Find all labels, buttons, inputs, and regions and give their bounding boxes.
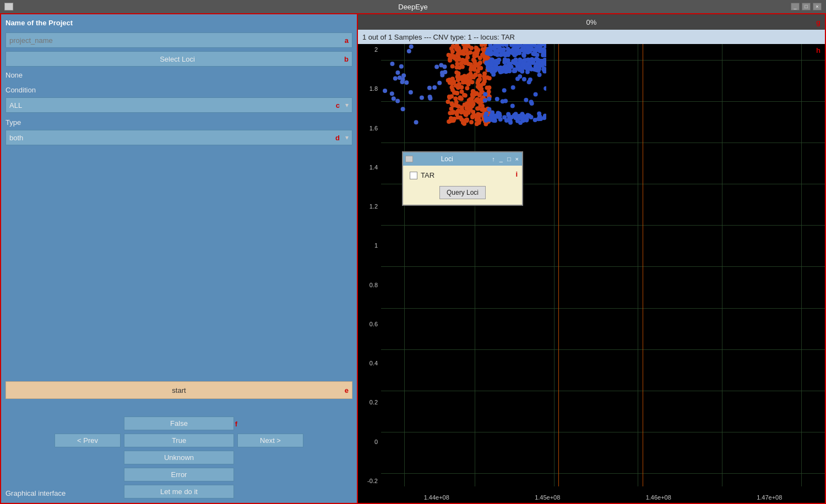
grid-h-8 xyxy=(381,349,825,350)
condition-label: Condition xyxy=(6,86,352,94)
app-icon xyxy=(4,3,13,10)
loci-dialog-title: Loci xyxy=(405,155,488,163)
y-label-12: 1.2 xyxy=(359,203,380,210)
type-select[interactable]: both gain loss xyxy=(9,134,345,142)
sample-info-bar: 1 out of 1 Samples --- CNV type: 1 -- lo… xyxy=(358,30,825,44)
project-name-row: a xyxy=(6,32,352,48)
y-label-2: 2 xyxy=(359,46,380,53)
progress-bar-area: 0% g xyxy=(358,14,825,30)
nav-area: False f < Prev True Next > Unknown Error… xyxy=(6,417,352,498)
badge-c: c xyxy=(336,101,340,109)
loci-item-tar: TAR xyxy=(410,171,515,179)
loci-minimize-btn[interactable]: _ xyxy=(498,156,504,162)
grid-h-3 xyxy=(381,143,825,143)
y-label-06: 0.6 xyxy=(359,321,380,327)
badge-d: d xyxy=(335,134,340,142)
badge-e: e xyxy=(345,386,349,395)
y-label-1: 1 xyxy=(359,242,380,249)
badge-a: a xyxy=(345,36,349,45)
badge-f: f xyxy=(235,419,237,428)
loci-title-bar: Loci ↑ _ □ × xyxy=(403,152,522,166)
loci-dialog-controls: ↑ _ □ × xyxy=(491,156,520,162)
nav-row: < Prev True Next > xyxy=(6,434,352,447)
loci-maximize-btn[interactable]: □ xyxy=(506,156,512,162)
query-loci-btn[interactable]: Query Loci xyxy=(439,186,486,199)
grid-v-6 xyxy=(801,44,802,486)
grid-v-5 xyxy=(722,44,722,486)
tar-checkbox[interactable] xyxy=(410,172,417,179)
loci-body: i TAR Query Loci xyxy=(403,166,522,205)
window-controls: _ □ × xyxy=(791,3,822,10)
type-dropdown-row: both gain loss d ▾ xyxy=(6,130,352,145)
sample-info-text: 1 out of 1 Samples --- CNV type: 1 -- lo… xyxy=(362,33,515,41)
project-name-input[interactable] xyxy=(9,36,349,45)
condition-arrow: ▾ xyxy=(345,101,349,109)
grid-h-11 xyxy=(381,473,825,474)
badge-h: h xyxy=(816,46,820,54)
start-btn[interactable]: start e xyxy=(6,381,352,399)
loci-close-btn[interactable]: × xyxy=(514,156,520,162)
left-panel: Name of the Project a Select Loci b None… xyxy=(1,14,358,503)
close-btn[interactable]: × xyxy=(813,3,822,10)
loci-up-btn[interactable]: ↑ xyxy=(491,156,496,162)
unknown-btn[interactable]: Unknown xyxy=(124,451,234,464)
scatter-plot xyxy=(381,44,546,127)
minimize-btn[interactable]: _ xyxy=(791,3,800,10)
x-label-2: 1.45e+08 xyxy=(535,494,560,501)
grid-v-orange-1 xyxy=(558,44,559,486)
grid-v-3 xyxy=(554,44,555,486)
grid-v-4 xyxy=(638,44,638,486)
badge-i: i xyxy=(515,170,518,178)
right-panel: 0% g 1 out of 1 Samples --- CNV type: 1 … xyxy=(358,14,825,503)
condition-select[interactable]: ALL ANY NONE xyxy=(9,101,345,109)
progress-text: 0% xyxy=(586,18,597,26)
tar-label: TAR xyxy=(421,171,434,179)
x-label-1: 1.44e+08 xyxy=(424,494,449,501)
grid-v-orange-2 xyxy=(643,44,643,486)
chart-area: h 2 1.8 1.6 1.4 1.2 1 0.8 0.6 0.4 0.2 0 … xyxy=(358,44,825,503)
y-axis: 2 1.8 1.6 1.4 1.2 1 0.8 0.6 0.4 0.2 0 -0… xyxy=(358,44,381,486)
y-label-18: 1.8 xyxy=(359,85,380,92)
badge-g: g xyxy=(816,18,820,26)
let-me-do-it-btn[interactable]: Let me do it xyxy=(124,485,234,498)
section-title: Name of the Project xyxy=(6,19,352,27)
none-label: None xyxy=(6,70,352,80)
select-loci-btn[interactable]: Select Loci b xyxy=(6,51,352,67)
type-arrow: ▾ xyxy=(345,134,349,141)
x-label-4: 1.47e+08 xyxy=(757,494,782,501)
y-label-04: 0.4 xyxy=(359,360,380,366)
prev-btn[interactable]: < Prev xyxy=(55,434,121,447)
grid-h-5 xyxy=(381,225,825,226)
app-title: DeepEye xyxy=(398,3,427,11)
y-label-neg02: -0.2 xyxy=(359,478,380,484)
y-label-16: 1.6 xyxy=(359,125,380,132)
y-label-02: 0.2 xyxy=(359,399,380,406)
grid-h-6 xyxy=(381,266,825,267)
x-axis: 1.44e+08 1.45e+08 1.46e+08 1.47e+08 xyxy=(381,494,825,501)
loci-dialog: Loci ↑ _ □ × i TAR Query Loci xyxy=(402,151,523,206)
maximize-btn[interactable]: □ xyxy=(802,3,811,10)
condition-dropdown-row: ALL ANY NONE c ▾ xyxy=(6,97,352,113)
start-label: start xyxy=(172,386,186,395)
false-btn[interactable]: False xyxy=(124,417,234,430)
y-label-14: 1.4 xyxy=(359,164,380,171)
main-container: Name of the Project a Select Loci b None… xyxy=(0,13,826,504)
grid-h-7 xyxy=(381,308,825,309)
y-label-08: 0.8 xyxy=(359,282,380,288)
y-label-0: 0 xyxy=(359,439,380,445)
graphical-label: Graphical interface xyxy=(6,489,66,497)
next-btn[interactable]: Next > xyxy=(237,434,303,447)
select-loci-label: Select Loci xyxy=(6,55,349,63)
badge-b: b xyxy=(344,55,349,63)
title-bar: DeepEye _ □ × xyxy=(0,0,826,13)
grid-h-10 xyxy=(381,432,825,432)
error-btn[interactable]: Error xyxy=(124,468,234,481)
true-btn[interactable]: True xyxy=(124,434,234,447)
type-label: Type xyxy=(6,118,352,127)
grid-h-9 xyxy=(381,391,825,391)
x-label-3: 1.46e+08 xyxy=(646,494,671,501)
